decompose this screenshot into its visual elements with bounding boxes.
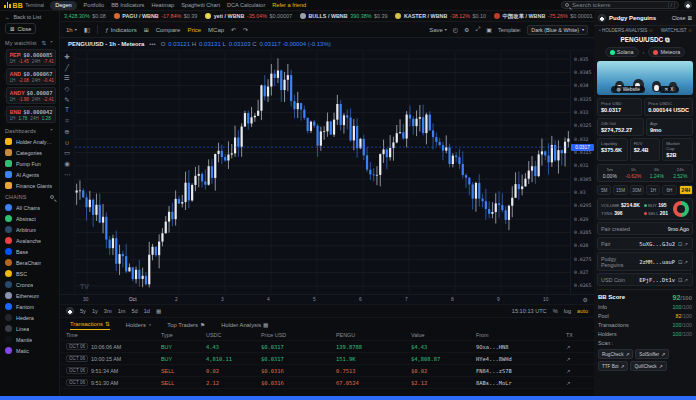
external-link-icon[interactable]: ↗ [683, 259, 689, 265]
range-1m[interactable]: 1m [118, 308, 126, 314]
symbol-name[interactable]: PENGU/USD - 1h - Meteora [68, 41, 144, 47]
sort-icon[interactable]: ⇅ [42, 40, 47, 46]
table-row[interactable]: OCT 0610:00:15 AM BUY4,810.11 $0.0317151… [60, 353, 594, 365]
save-button[interactable]: Save▾ [429, 27, 447, 33]
chain-item-abstract[interactable]: Abstract [0, 213, 59, 224]
redo-icon[interactable]: ↷ [243, 26, 248, 33]
snapshot-camera-icon[interactable]: ▣ [486, 26, 492, 33]
percent-scale-button[interactable]: % [553, 308, 558, 314]
ticker-item[interactable]: BULLS / WBNB390.38%$0.39 [300, 13, 388, 19]
table-row[interactable]: OCT 0610:06:06 AM BUY4.43 $0.0317139.878… [60, 341, 594, 353]
nav-dca-calculator[interactable]: DCA Calculator [227, 2, 265, 8]
fib-tool-icon[interactable]: ☰ [64, 75, 70, 82]
dashboard-item[interactable]: Holder Analysis Watchlist [0, 136, 59, 147]
scan-quillcheck[interactable]: QuillCheck ↗ [630, 361, 666, 371]
lock-tool-icon[interactable]: ▭ [64, 150, 70, 157]
nav-refer-a-friend[interactable]: Refer a friend [272, 2, 306, 8]
chain-item-fantom[interactable]: Fantom [0, 301, 59, 312]
tab-holders[interactable]: Holders◔ [126, 322, 152, 330]
scan-ttf-bot[interactable]: TTF Bot ↗ [598, 361, 628, 371]
nav-spaghetti-chart[interactable]: Spaghetti Chart [181, 2, 220, 8]
change-6h[interactable]: 6h1.24% [645, 167, 669, 179]
trendline-tool-icon[interactable]: ╱ [65, 65, 69, 72]
star-icon[interactable]: ☆ [688, 28, 692, 33]
zoom-tool-icon[interactable]: ⊕ [64, 129, 69, 136]
collapse-icon[interactable]: ⌃ [49, 128, 54, 134]
pair-title[interactable]: PENGU/USDC ⧉ [594, 35, 696, 45]
tx-link-icon[interactable]: ↗ [566, 368, 594, 374]
scan-solsniffer[interactable]: SolSniffer ↗ [635, 349, 669, 359]
auto-scale-button[interactable]: auto [577, 308, 588, 314]
dashboard-item[interactable]: AI Agents [0, 169, 59, 180]
tab-holder-analysis[interactable]: Holder Analysis▦ [221, 322, 268, 330]
chain-item-linea[interactable]: Linea [0, 323, 59, 334]
back-to-list-button[interactable]: ←Back to List [0, 11, 59, 22]
log-scale-button[interactable]: log [564, 308, 571, 314]
chip-solana[interactable]: Solana [605, 47, 639, 57]
eye-tool-icon[interactable]: ◉ [64, 161, 70, 168]
cursor-tool-icon[interactable]: ✚ [64, 54, 69, 61]
star-icon[interactable]: ☆ [649, 28, 653, 33]
mcap-toggle[interactable]: MCap [208, 27, 224, 33]
chain-item-base[interactable]: Base [0, 246, 59, 257]
clock-utc[interactable]: 15:10:13 UTC [512, 308, 547, 314]
external-link-icon[interactable]: ↗ [683, 241, 689, 247]
fullscreen-icon[interactable]: ⤢ [475, 26, 480, 33]
template-select[interactable]: Dark (Blue & White)▾ [527, 25, 588, 35]
text-tool-icon[interactable]: T [65, 107, 69, 114]
sidebar-close-button[interactable]: ⊠Close [5, 23, 36, 34]
ticker-item[interactable]: 3,428.30%$0.08 [64, 13, 106, 19]
change-1h[interactable]: 1h-0.62% [622, 167, 646, 179]
measure-tool-icon[interactable]: ⌗ [65, 118, 69, 125]
magnet-tool-icon[interactable]: ∪ [65, 140, 70, 147]
change-5m[interactable]: 5m0.00% [598, 167, 622, 179]
time-axis[interactable]: ⚙30Oct2345678910 [60, 294, 594, 304]
range-1y[interactable]: 1y [92, 308, 98, 314]
dashboards-header[interactable]: Dashboards⌃ [0, 125, 59, 136]
x-twitter-button[interactable]: ✕X [659, 86, 678, 93]
ticker-item[interactable]: PAGU / WBNB-17.84%$0.39 [114, 13, 198, 19]
price-axis[interactable]: 0.0317 0.0350.03450.0340.03350.0330.0325… [570, 51, 594, 294]
tf-5M[interactable]: 5M [597, 185, 611, 195]
chain-item-cronos[interactable]: Cronos [0, 279, 59, 290]
candlestick-plot[interactable]: TV [75, 51, 570, 294]
ticker-item[interactable]: 中国改革 / WBNB-75.26%$0.00001 [494, 13, 593, 20]
collapse-icon[interactable]: ⌃ [49, 40, 54, 46]
watchlist-item[interactable]: PEPE 0.17/WBNB$0.000085 1H-1.4524H-7.41 [6, 49, 56, 66]
website-button[interactable]: ◍Website [611, 86, 644, 93]
indicators-button[interactable]: ƒIndicators [105, 27, 136, 33]
undo-icon[interactable]: ↶ [231, 26, 236, 33]
table-row[interactable]: OCT 069:51:30 AM SELL2.12 $0.031667.0524… [60, 377, 594, 389]
chain-item-avalanche[interactable]: Avalanche [0, 235, 59, 246]
date-range-icon[interactable]: ▦ [156, 308, 161, 314]
chain-item-all-chains[interactable]: All Chains [0, 202, 59, 213]
external-link-icon[interactable]: ↗ [683, 277, 689, 283]
dashboard-item[interactable]: Categories [0, 147, 59, 158]
layout-grid-icon[interactable]: ⊞ [144, 26, 149, 33]
settings-gear-icon[interactable]: ⚙ [464, 26, 469, 33]
dashboard-item[interactable]: Finance Giants [0, 180, 59, 191]
range-1d[interactable]: 1d [144, 308, 150, 314]
chain-item-berachain[interactable]: BeraChain [0, 257, 59, 268]
tab-transactions[interactable]: Transactions⇅ [70, 321, 110, 330]
watchlist-item[interactable]: BNB MAGNET/..$0.000042 1H1.7824H1.28 [6, 106, 56, 123]
dashboard-item[interactable]: Pump Fun [0, 158, 59, 169]
chain-item-bsc[interactable]: BSC [0, 268, 59, 279]
trash-tool-icon[interactable]: ⋯ [64, 172, 71, 179]
chain-item-matic[interactable]: Matic [0, 345, 59, 356]
change-24h[interactable]: 24h2.52% [669, 167, 693, 179]
table-row[interactable]: OCT 069:51:34 AM SELL0.02 $0.03160.7513 … [60, 365, 594, 377]
chain-item-hedera[interactable]: Hedera [0, 312, 59, 323]
nav-portfolio[interactable]: Portfolio [84, 2, 105, 8]
compare-button[interactable]: Compare [156, 27, 181, 33]
axis-settings-gear-icon[interactable]: ⚙ [583, 296, 588, 303]
watchlist-item[interactable]: ANDY 0.17/WBNB$0.00007 1H-1.9824H-2.41 [6, 87, 56, 104]
tx-link-icon[interactable]: ↗ [566, 380, 594, 386]
penguin-avatar[interactable] [684, 1, 692, 9]
range-5y[interactable]: 5y [80, 308, 86, 314]
nav-bb-indicators[interactable]: BB Indicators [111, 2, 144, 8]
candle-style-icon[interactable]: ▮▯ [84, 26, 91, 33]
tx-link-icon[interactable]: ↗ [566, 356, 594, 362]
tf-1H[interactable]: 1H [646, 185, 660, 195]
symbol-more-icon[interactable]: ••• [149, 41, 155, 47]
